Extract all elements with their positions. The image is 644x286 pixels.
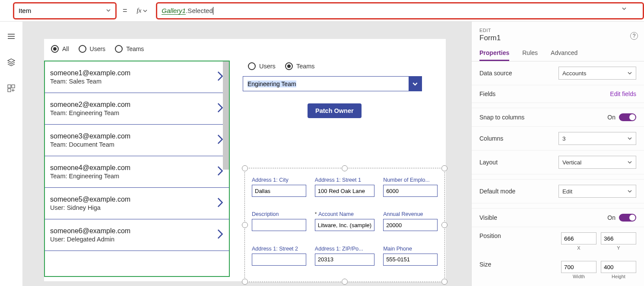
field-input[interactable]: 555-0151 — [383, 254, 438, 266]
scrollbar[interactable] — [223, 61, 229, 170]
form-control[interactable]: Address 1: CityDallasAddress 1: Street 1… — [241, 164, 448, 286]
position-y-input[interactable] — [601, 232, 636, 244]
field-input[interactable]: 6000 — [383, 185, 438, 197]
gallery-item-email: someone2@example.com — [50, 101, 130, 109]
prop-fields-label: Fields — [479, 90, 495, 97]
form-field: Account NameLitware, Inc. (sample) — [315, 211, 374, 238]
properties-tabs: Properties Rules Advanced — [472, 44, 644, 61]
field-input[interactable] — [252, 254, 306, 266]
gallery-item[interactable]: someone6@example.comUser: Delegated Admi… — [45, 219, 229, 251]
chevron-down-icon — [627, 189, 632, 194]
field-label: Main Phone — [383, 246, 438, 252]
form-field: Description — [252, 211, 306, 238]
field-input[interactable]: Dallas — [252, 185, 306, 197]
field-input[interactable]: 100 Red Oak Lane — [315, 185, 374, 197]
radio-teams[interactable]: Teams — [115, 45, 144, 53]
field-input[interactable] — [252, 219, 306, 231]
size-width-input[interactable] — [561, 261, 596, 273]
radio-all[interactable]: All — [51, 45, 69, 53]
gallery[interactable]: someone1@example.comTeam: Sales Teamsome… — [44, 61, 230, 277]
size-height-input[interactable] — [601, 261, 636, 273]
gallery-item-email: someone5@example.com — [50, 196, 130, 203]
help-icon[interactable]: ? — [630, 32, 638, 40]
chevron-down-icon — [627, 160, 632, 165]
text-caret — [213, 7, 213, 15]
form-field: Annual Revenue20000 — [383, 211, 438, 238]
visible-toggle[interactable] — [619, 214, 636, 222]
resize-handle[interactable] — [242, 222, 248, 228]
chevron-down-icon — [143, 9, 147, 13]
radio-owner-users[interactable]: Users — [248, 62, 276, 70]
equals-sign: = — [120, 6, 130, 15]
columns-dropdown[interactable]: 3 — [558, 132, 636, 145]
field-input[interactable]: 20000 — [383, 219, 438, 231]
gallery-item[interactable]: someone2@example.comTeam: Engineering Te… — [45, 93, 229, 125]
patch-owner-button[interactable]: Patch Owner — [308, 103, 362, 118]
chevron-right-icon — [216, 228, 224, 242]
gallery-item-email: someone6@example.com — [50, 227, 130, 235]
resize-handle[interactable] — [242, 279, 248, 285]
field-input[interactable]: Litware, Inc. (sample) — [315, 219, 374, 231]
gallery-item-sub: Team: Document Team — [50, 141, 130, 148]
visible-value: On — [607, 214, 615, 221]
radio-users[interactable]: Users — [79, 45, 106, 53]
prop-visible-label: Visible — [479, 214, 497, 221]
team-dropdown[interactable]: Engineering Team — [243, 76, 422, 91]
field-label: Description — [252, 211, 306, 217]
fx-icon: fx — [137, 7, 142, 14]
resize-handle[interactable] — [441, 222, 447, 228]
chevron-down-icon — [627, 71, 632, 76]
formula-input[interactable]: Gallery1.Selected — [156, 2, 644, 19]
resize-handle[interactable] — [342, 165, 348, 171]
app-canvas: All Users Teams someone1@example.comTeam… — [44, 39, 446, 281]
layers-icon[interactable] — [7, 58, 16, 68]
form-field: Address 1: ZIP/Po...20313 — [315, 246, 374, 273]
field-input[interactable]: 20313 — [315, 254, 374, 266]
gallery-item[interactable]: someone4@example.comTeam: Engineering Te… — [45, 156, 229, 188]
formula-reference: Gallery1 — [162, 7, 186, 15]
resize-handle[interactable] — [242, 165, 248, 171]
prop-snap-label: Snap to columns — [479, 114, 524, 121]
form-field: Address 1: CityDallas — [252, 177, 306, 204]
formula-bar: Item = fx Gallery1.Selected — [0, 0, 644, 22]
gallery-item[interactable]: someone1@example.comTeam: Sales Team — [45, 61, 229, 93]
gallery-item-sub: Team: Sales Team — [50, 78, 130, 85]
field-label: Address 1: Street 1 — [315, 177, 374, 183]
resize-handle[interactable] — [441, 279, 447, 285]
prop-position-label: Position — [479, 232, 501, 239]
expand-icon[interactable] — [622, 5, 627, 13]
resize-handle[interactable] — [441, 165, 447, 171]
snap-toggle[interactable] — [619, 113, 636, 121]
fx-button[interactable]: fx — [133, 7, 151, 14]
form-field: Address 1: Street 2 — [252, 246, 306, 273]
field-label: Address 1: City — [252, 177, 306, 183]
canvas-area: All Users Teams someone1@example.comTeam… — [22, 22, 644, 286]
tab-advanced[interactable]: Advanced — [551, 49, 577, 61]
property-dropdown[interactable]: Item — [13, 2, 117, 19]
chevron-down-icon — [106, 7, 111, 14]
position-x-input[interactable] — [561, 232, 596, 244]
svg-rect-1 — [12, 85, 15, 88]
owner-picker: Users Teams Engineering Team Patch Owner — [243, 61, 444, 118]
chevron-right-icon — [216, 196, 224, 210]
data-source-dropdown[interactable]: Accounts — [558, 67, 636, 80]
gallery-item[interactable]: someone3@example.comTeam: Document Team — [45, 125, 229, 156]
default-mode-dropdown[interactable]: Edit — [558, 185, 636, 198]
form-field: Address 1: Street 1100 Red Oak Lane — [315, 177, 374, 204]
form-field: Number of Emplo...6000 — [383, 177, 438, 204]
tab-rules[interactable]: Rules — [522, 49, 538, 61]
edit-fields-link[interactable]: Edit fields — [610, 90, 636, 97]
resize-handle[interactable] — [342, 279, 348, 285]
components-icon[interactable] — [7, 84, 16, 94]
radio-icon — [248, 62, 256, 70]
tab-properties[interactable]: Properties — [479, 49, 509, 61]
chevron-down-icon — [409, 77, 422, 91]
gallery-item[interactable]: someone5@example.comUser: Sidney Higa — [45, 188, 229, 219]
layout-dropdown[interactable]: Vertical — [558, 156, 636, 169]
snap-value: On — [607, 114, 615, 121]
radio-icon — [285, 62, 293, 70]
radio-owner-teams[interactable]: Teams — [285, 62, 315, 70]
gallery-item-email: someone1@example.com — [50, 69, 130, 77]
menu-icon[interactable] — [7, 32, 16, 42]
prop-default-mode-label: Default mode — [479, 188, 515, 195]
